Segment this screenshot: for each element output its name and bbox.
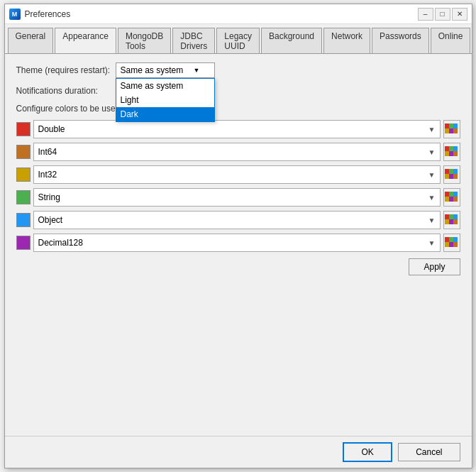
color-row-object: Object ▼ [16, 210, 460, 230]
tab-online[interactable]: Online [431, 28, 471, 54]
double-select[interactable]: Double ▼ [33, 120, 441, 138]
string-label: String [38, 192, 60, 202]
string-select-arrow: ▼ [428, 194, 436, 202]
color-row-string: String ▼ [16, 187, 460, 207]
theme-option-dark[interactable]: Dark [116, 107, 214, 121]
int64-select-arrow: ▼ [428, 148, 436, 156]
tab-network[interactable]: Network [323, 28, 370, 54]
footer: OK Cancel [5, 436, 472, 468]
int64-swatch[interactable] [16, 145, 31, 159]
double-swatch[interactable] [16, 122, 31, 136]
decimal128-select[interactable]: Decimal128 ▼ [33, 234, 441, 252]
title-bar: M Preferences – □ ✕ [5, 4, 472, 24]
apply-row: Apply [16, 258, 460, 275]
close-button[interactable]: ✕ [452, 8, 467, 21]
double-color-grid [445, 124, 459, 135]
object-select[interactable]: Object ▼ [33, 211, 441, 229]
notifications-row: Notifications duration: [16, 84, 460, 98]
theme-label: Theme (requires restart): [16, 65, 116, 75]
string-color-picker[interactable] [443, 188, 460, 207]
decimal128-label: Decimal128 [38, 238, 83, 248]
preferences-window: M Preferences – □ ✕ General Appearance M… [4, 4, 472, 468]
tab-mongodb-tools[interactable]: MongoDB Tools [118, 28, 171, 54]
string-color-grid [445, 192, 459, 203]
object-swatch[interactable] [16, 213, 31, 227]
title-bar-left: M Preferences [9, 9, 71, 20]
decimal128-select-arrow: ▼ [428, 239, 436, 247]
theme-selected-value: Same as system [121, 65, 184, 75]
minimize-button[interactable]: – [418, 8, 433, 21]
tab-passwords[interactable]: Passwords [372, 28, 429, 54]
content-area: Theme (requires restart): Same as system… [5, 54, 472, 436]
int32-select[interactable]: Int32 ▼ [33, 165, 441, 184]
ok-button[interactable]: OK [343, 442, 392, 462]
theme-option-same-as-system[interactable]: Same as system [116, 79, 214, 93]
tab-general[interactable]: General [8, 28, 54, 54]
string-select[interactable]: String ▼ [33, 188, 441, 207]
object-select-arrow: ▼ [428, 216, 436, 224]
colors-section-label: Configure colors to be used in the tree … [16, 104, 460, 114]
string-swatch[interactable] [16, 190, 31, 204]
theme-dropdown[interactable]: Same as system ▼ Same as system Light Da… [116, 62, 215, 78]
tab-appearance[interactable]: Appearance [55, 28, 116, 54]
int32-select-arrow: ▼ [428, 171, 436, 179]
object-color-grid [445, 214, 459, 226]
int32-swatch[interactable] [16, 168, 31, 182]
int64-select[interactable]: Int64 ▼ [33, 143, 441, 161]
color-row-int64: Int64 ▼ [16, 142, 460, 162]
color-row-double: Double ▼ [16, 119, 460, 139]
notifications-label: Notifications duration: [16, 86, 116, 96]
double-color-picker[interactable] [443, 120, 460, 138]
int64-label: Int64 [38, 147, 57, 157]
double-select-arrow: ▼ [428, 126, 436, 133]
color-row-decimal128: Decimal128 ▼ [16, 233, 460, 253]
title-bar-controls: – □ ✕ [418, 8, 467, 21]
int32-color-grid [445, 169, 459, 180]
apply-button[interactable]: Apply [409, 258, 460, 275]
decimal128-color-grid [445, 237, 459, 248]
tab-legacy-uuid[interactable]: Legacy UUID [216, 28, 260, 54]
int64-color-picker[interactable] [443, 143, 460, 161]
double-label: Double [38, 124, 65, 134]
theme-row: Theme (requires restart): Same as system… [16, 62, 460, 78]
app-icon: M [9, 9, 21, 20]
maximize-button[interactable]: □ [435, 8, 450, 21]
theme-dropdown-arrow: ▼ [194, 67, 200, 74]
tab-jdbc-drivers[interactable]: JDBC Drivers [172, 28, 215, 54]
int64-color-grid [445, 146, 459, 158]
object-label: Object [38, 215, 63, 225]
object-color-picker[interactable] [443, 211, 460, 229]
theme-option-light[interactable]: Light [116, 93, 214, 107]
theme-dropdown-list: Same as system Light Dark [116, 78, 215, 122]
tab-background[interactable]: Background [261, 28, 322, 54]
window-title: Preferences [25, 9, 71, 19]
int32-label: Int32 [38, 170, 57, 180]
decimal128-swatch[interactable] [16, 236, 31, 250]
theme-dropdown-display[interactable]: Same as system ▼ [116, 62, 215, 78]
color-row-int32: Int32 ▼ [16, 165, 460, 185]
cancel-button[interactable]: Cancel [398, 443, 460, 461]
color-rows: Double ▼ Int6 [16, 119, 460, 253]
decimal128-color-picker[interactable] [443, 234, 460, 252]
tab-bar: General Appearance MongoDB Tools JDBC Dr… [5, 24, 472, 54]
int32-color-picker[interactable] [443, 165, 460, 184]
